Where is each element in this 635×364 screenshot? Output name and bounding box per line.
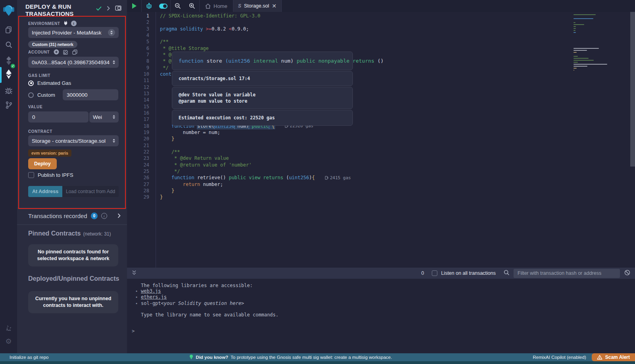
debugger-icon[interactable] <box>0 84 17 98</box>
add-account-icon[interactable] <box>54 49 59 55</box>
environment-select[interactable]: Injected Provider - MetaMask <box>28 27 119 38</box>
value-unit-select[interactable]: Wei <box>89 111 119 123</box>
panel-forward-icon[interactable] <box>107 5 110 12</box>
code-line: 28 } <box>127 188 635 194</box>
scam-alert-button[interactable]: Scam Alert <box>592 353 635 361</box>
web3js-link[interactable]: web3.js <box>141 288 161 294</box>
line-number: 14 <box>127 97 149 103</box>
environment-info-icon[interactable]: i <box>71 21 77 26</box>
listen-all-transactions-checkbox[interactable] <box>432 270 437 276</box>
contract-select[interactable]: Storage - contracts/Storage.sol <box>28 135 119 146</box>
code-line: 6 * @title Storage <box>127 45 635 52</box>
status-bar: Initialize as git repo Did you know? To … <box>0 353 635 361</box>
account-select[interactable]: 0xA03...85ac4 (0.398673504934 <box>28 57 119 68</box>
gas-pump-icon <box>325 176 327 180</box>
code-line: 25 */ <box>127 168 635 174</box>
plugin-manager-icon[interactable] <box>0 321 17 335</box>
custom-gas-input[interactable] <box>63 89 118 100</box>
pinned-contracts-title: Pinned Contracts <box>28 230 81 237</box>
tooltip-gas-estimate: Estimated execution cost: 22520 gas <box>172 110 353 126</box>
line-number: 1 <box>127 13 149 19</box>
publish-ipfs-checkbox[interactable]: Publish to IPFS <box>28 172 73 178</box>
init-git-repo-button[interactable]: Initialize as git repo <box>0 355 48 360</box>
remix-logo-icon[interactable] <box>0 2 17 18</box>
custom-gas-radio[interactable]: Custom <box>28 92 55 98</box>
line-number: 7 <box>127 52 149 57</box>
zoom-in-icon[interactable] <box>185 0 199 12</box>
copilot-status[interactable]: RemixAI Copilot (enabled) <box>533 355 586 360</box>
copy-account-icon[interactable] <box>72 50 77 55</box>
contract-label: CONTRACT <box>28 129 52 134</box>
deployed-empty-message: Currently you have no unpinned contracts… <box>28 291 118 313</box>
line-number: 17 <box>127 117 149 122</box>
run-script-icon[interactable] <box>127 0 141 12</box>
edit-account-icon[interactable] <box>63 50 68 55</box>
code-line: 4 <box>127 32 635 38</box>
close-tab-icon[interactable]: ✕ <box>272 3 277 9</box>
at-address-button[interactable]: At Address <box>28 186 62 197</box>
terminal-prompt[interactable]: > <box>127 328 635 334</box>
line-number: 2 <box>127 19 149 25</box>
solidity-compiler-icon[interactable]: ✓ <box>0 54 17 67</box>
editor-scrollbar[interactable] <box>630 12 635 167</box>
terminal-line: • ethers.js <box>127 294 635 300</box>
estimated-gas-radio[interactable]: Estimated Gas <box>28 80 71 86</box>
main-area: Home S Storage.sol ✕ 1// SPDX-License-Id… <box>127 0 635 353</box>
clear-filter-icon[interactable] <box>624 270 630 277</box>
line-number: 9 <box>127 65 149 71</box>
code-line: 23 * @dev Return value <box>127 155 635 161</box>
remix-ide-window: ✓ <box>0 0 635 364</box>
line-number: 11 <box>127 78 149 83</box>
line-number: 10 <box>127 71 149 77</box>
transactions-info-icon[interactable]: i <box>101 213 107 219</box>
pin-panel-icon[interactable] <box>115 5 121 12</box>
transaction-filter-input[interactable] <box>514 269 620 278</box>
tab-home[interactable]: Home <box>200 0 233 12</box>
line-number: 13 <box>127 91 149 96</box>
zoom-out-icon[interactable] <box>171 0 185 12</box>
code-line: 22 /** <box>127 149 635 155</box>
minimap[interactable] <box>573 14 610 72</box>
code-line: 5/** <box>127 38 635 45</box>
pinned-contracts-network: (network: 31) <box>83 231 111 237</box>
settings-gear-icon[interactable]: ⚙ <box>0 335 17 348</box>
editor-tabbar: Home S Storage.sol ✕ <box>127 0 635 12</box>
select-caret-icon <box>108 29 115 36</box>
line-number: 27 <box>127 182 149 187</box>
plug-icon[interactable] <box>64 20 68 27</box>
line-number: 6 <box>127 46 149 51</box>
terminal-output[interactable]: The following libraries are accessible: … <box>127 279 635 353</box>
compile-success-check-icon <box>96 5 102 12</box>
terminal-collapse-icon[interactable] <box>132 270 137 277</box>
terminal-header: 0 Listen on all transactions <box>127 268 635 279</box>
code-line: 3pragma solidity >=0.8.2 <0.9.0; <box>127 26 635 32</box>
ai-copilot-robot-icon[interactable] <box>142 0 156 12</box>
tooltip-doc: @dev Store value in variable @param num … <box>172 87 353 109</box>
panel-title: DEPLOY & RUN TRANSACTIONS <box>25 3 97 17</box>
git-icon[interactable] <box>0 98 17 112</box>
transactions-expand-icon[interactable] <box>117 213 121 220</box>
value-input[interactable] <box>28 111 89 123</box>
line-number: 4 <box>127 33 149 38</box>
deploy-and-run-icon[interactable] <box>0 67 17 81</box>
at-address-input[interactable] <box>62 186 119 197</box>
network-badge: Custom (31) network <box>28 41 77 48</box>
ethersjs-link[interactable]: ethers.js <box>141 294 167 300</box>
line-number: 8 <box>127 58 149 64</box>
copilot-toggle[interactable] <box>156 0 170 12</box>
line-number: 18 <box>127 123 149 129</box>
tab-storage-sol[interactable]: S Storage.sol ✕ <box>233 0 281 12</box>
line-number: 12 <box>127 84 149 90</box>
deployed-contracts-title: Deployed/Unpinned Contracts <box>28 275 119 282</box>
value-label: VALUE <box>28 105 42 109</box>
code-line: 27 return number; <box>127 181 635 188</box>
terminal-search-icon[interactable] <box>504 270 510 277</box>
search-icon[interactable] <box>0 38 17 52</box>
tooltip-signature: function store (uint256 internal num) pu… <box>172 52 353 70</box>
code-editor[interactable]: 1// SPDX-License-Identifier: GPL-3.023pr… <box>127 12 635 280</box>
deploy-button[interactable]: Deploy <box>28 158 57 169</box>
did-you-know-label: Did you know? <box>196 355 228 360</box>
file-explorer-icon[interactable] <box>0 23 17 36</box>
divider <box>17 224 127 225</box>
line-number: 26 <box>127 175 149 180</box>
